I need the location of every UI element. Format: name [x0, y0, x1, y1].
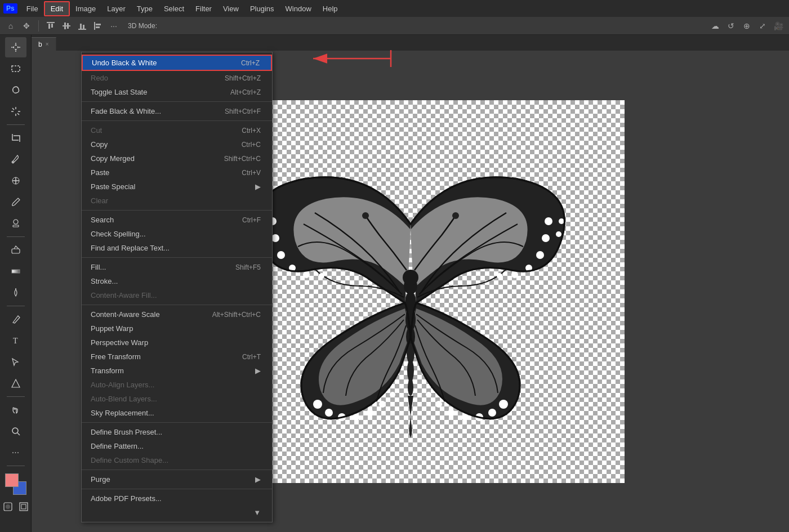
tool-stamp[interactable] [5, 213, 26, 234]
menu-item-content-aware-scale[interactable]: Content-Aware Scale Alt+Shift+Ctrl+C [82, 307, 272, 321]
tool-dodge[interactable] [5, 283, 26, 303]
menu-item-define-brush[interactable]: Define Brush Preset... [82, 425, 272, 439]
svg-point-45 [542, 234, 550, 242]
screen-mode-icon[interactable] [17, 500, 30, 513]
tool-marquee[interactable] [5, 59, 26, 79]
home-icon[interactable]: ⌂ [5, 20, 17, 32]
3d-rotate-icon[interactable]: ↺ [725, 20, 737, 32]
menu-item-paste[interactable]: Paste Ctrl+V [82, 166, 272, 180]
svg-point-46 [536, 251, 544, 259]
align-left-icon[interactable] [92, 20, 104, 32]
3d-cloud-icon[interactable]: ☁ [709, 20, 721, 32]
color-swatches[interactable] [5, 473, 26, 495]
auto-align-label: Auto-Align Layers... [91, 381, 261, 389]
svg-rect-2 [51, 24, 53, 28]
tool-move[interactable] [5, 37, 26, 57]
menu-filter[interactable]: Filter [190, 2, 217, 15]
fade-shortcut: Shift+Ctrl+F [225, 108, 261, 115]
menu-window[interactable]: Window [280, 2, 317, 15]
tool-eraser[interactable] [5, 240, 26, 260]
menu-item-copy-merged[interactable]: Copy Merged Shift+Ctrl+C [82, 151, 272, 166]
menu-item-transform[interactable]: Transform ▶ [82, 364, 272, 378]
svg-point-74 [362, 212, 369, 219]
menu-item-define-pattern[interactable]: Define Pattern... [82, 439, 272, 453]
menu-item-paste-special[interactable]: Paste Special ▶ [82, 180, 272, 194]
menu-item-cut: Cut Ctrl+X [82, 123, 272, 137]
svg-point-30 [12, 428, 18, 433]
tool-hand[interactable] [5, 400, 26, 420]
menu-item-undo[interactable]: Undo Black & White Ctrl+Z [82, 55, 272, 71]
menu-item-fade[interactable]: Fade Black & White... Shift+Ctrl+F [82, 104, 272, 118]
menu-item-perspective-warp[interactable]: Perspective Warp [82, 336, 272, 350]
align-vcenter-icon[interactable] [60, 20, 73, 32]
3d-move-icon[interactable]: ⊕ [741, 20, 753, 32]
tool-brush[interactable] [5, 192, 26, 212]
active-tab[interactable]: b × [32, 37, 56, 51]
tool-magic-wand[interactable] [5, 101, 26, 122]
menu-item-purge[interactable]: Purge ▶ [82, 472, 272, 486]
menu-view[interactable]: View [217, 2, 244, 15]
tool-extra[interactable]: ··· [5, 442, 26, 463]
toolbar-sep-3 [7, 306, 25, 306]
menu-item-stroke[interactable]: Stroke... [82, 274, 272, 288]
svg-rect-9 [80, 24, 82, 29]
more-options-icon[interactable]: ··· [108, 20, 120, 32]
menu-item-fill[interactable]: Fill... Shift+F5 [82, 260, 272, 274]
sep2 [82, 120, 272, 121]
redo-label: Redo [91, 74, 213, 82]
menu-file[interactable]: File [21, 2, 44, 15]
tool-shape[interactable] [5, 373, 26, 394]
align-top-icon[interactable] [44, 20, 57, 32]
tab-close-button[interactable]: × [46, 41, 49, 47]
paste-special-arrow: ▶ [255, 182, 261, 191]
tool-gradient[interactable] [5, 261, 26, 281]
menu-select[interactable]: Select [158, 2, 190, 15]
tool-healing[interactable] [5, 171, 26, 191]
svg-rect-34 [20, 503, 28, 511]
menu-item-find-replace[interactable]: Find and Replace Text... [82, 241, 272, 255]
menu-item-check-spelling[interactable]: Check Spelling... [82, 227, 272, 241]
3d-scale-icon[interactable]: ⤢ [756, 20, 769, 32]
menu-layer[interactable]: Layer [101, 2, 131, 15]
menu-plugins[interactable]: Plugins [244, 2, 280, 15]
svg-rect-6 [67, 23, 69, 25]
redo-shortcut: Shift+Ctrl+Z [225, 74, 261, 82]
svg-text:T: T [13, 337, 18, 345]
tool-lasso[interactable] [5, 80, 26, 100]
tool-crop[interactable] [5, 128, 26, 148]
3d-camera-icon[interactable]: 🎥 [772, 20, 784, 32]
quick-mask-icon[interactable] [1, 500, 15, 513]
foreground-color-swatch[interactable] [5, 473, 19, 487]
menu-help[interactable]: Help [317, 2, 344, 15]
purge-arrow: ▶ [255, 475, 261, 484]
search-label: Search [91, 216, 231, 224]
move-icon[interactable]: ✥ [20, 20, 33, 32]
paste-label: Paste [91, 168, 230, 177]
svg-point-33 [6, 504, 10, 509]
menu-type[interactable]: Type [131, 2, 158, 15]
svg-point-62 [462, 414, 469, 421]
tool-text[interactable]: T [5, 330, 26, 351]
menu-item-copy[interactable]: Copy Ctrl+C [82, 137, 272, 151]
menu-item-sky-replacement[interactable]: Sky Replacement... [82, 406, 272, 420]
menu-edit[interactable]: Edit [44, 1, 70, 16]
tool-pen[interactable] [5, 309, 26, 329]
undo-shortcut: Ctrl+Z [241, 59, 260, 67]
sep5 [82, 305, 272, 305]
tool-eyedropper[interactable] [5, 149, 26, 169]
menu-item-toggle[interactable]: Toggle Last State Alt+Ctrl+Z [82, 85, 272, 99]
menu-item-search[interactable]: Search Ctrl+F [82, 213, 272, 227]
menu-item-more[interactable]: ▼ [82, 506, 272, 520]
menu-item-puppet-warp[interactable]: Puppet Warp [82, 321, 272, 336]
svg-marker-29 [12, 379, 20, 387]
transform-label: Transform [91, 366, 249, 375]
menu-image[interactable]: Image [70, 2, 101, 15]
tool-zoom[interactable] [5, 421, 26, 441]
toggle-label: Toggle Last State [91, 88, 219, 96]
menu-item-adobe-pdf[interactable]: Adobe PDF Presets... [82, 491, 272, 506]
svg-rect-1 [48, 24, 50, 29]
menu-item-free-transform[interactable]: Free Transform Ctrl+T [82, 350, 272, 364]
fill-label: Fill... [91, 263, 224, 271]
align-bottom-icon[interactable] [76, 20, 88, 32]
tool-path-select[interactable] [5, 352, 26, 372]
